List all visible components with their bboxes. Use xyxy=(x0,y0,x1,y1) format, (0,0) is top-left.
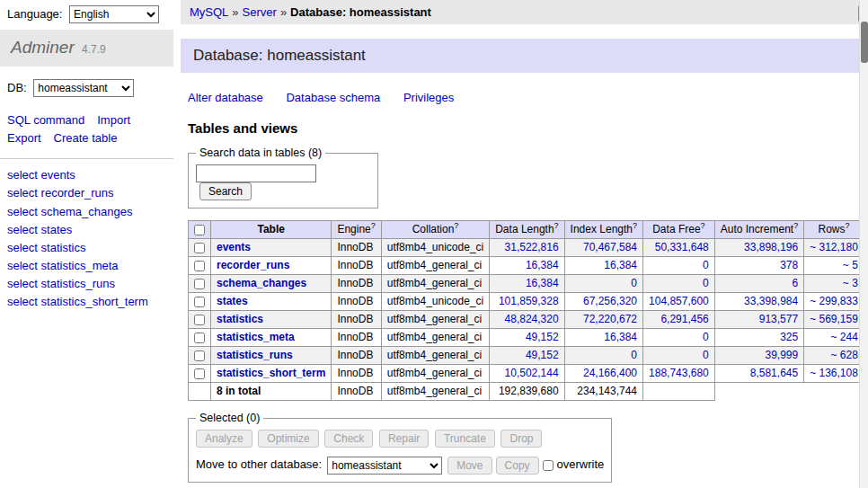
sidebar-table-link-states[interactable]: select states xyxy=(7,223,72,236)
sidebar-link-import[interactable]: Import xyxy=(97,113,130,127)
search-button[interactable]: Search xyxy=(199,182,252,200)
data-length-link[interactable]: 16,384 xyxy=(526,259,559,271)
row-checkbox[interactable] xyxy=(194,279,205,289)
search-input[interactable] xyxy=(196,164,316,182)
drop-button[interactable]: Drop xyxy=(500,430,542,448)
row-checkbox[interactable] xyxy=(194,261,205,271)
rows-link[interactable]: ~ 299,833 xyxy=(810,295,858,307)
row-checkbox[interactable] xyxy=(194,368,205,379)
data-free-link[interactable]: 188,743,680 xyxy=(649,367,709,379)
sidebar-link-export[interactable]: Export xyxy=(7,131,41,145)
rows-link[interactable]: ~ 3 xyxy=(843,277,858,289)
data-free-link[interactable]: 0 xyxy=(703,277,709,289)
data-free-link[interactable]: 6,291,456 xyxy=(660,313,708,325)
data-length-link[interactable]: 10,502,144 xyxy=(505,367,559,379)
row-checkbox[interactable] xyxy=(194,315,205,325)
rows-link[interactable]: ~ 5 xyxy=(843,259,858,271)
sidebar-table-link-events[interactable]: select events xyxy=(7,168,75,182)
breadcrumb-link-mysql[interactable]: MySQL xyxy=(190,5,228,19)
auto-increment-link[interactable]: 39,999 xyxy=(765,349,798,361)
rows-link[interactable]: ~ 569,159 xyxy=(810,313,858,325)
table-name-link[interactable]: events xyxy=(217,241,251,253)
help-icon[interactable]: ? xyxy=(846,221,850,230)
auto-increment-link[interactable]: 33,398,984 xyxy=(744,295,798,307)
sidebar-table-link-recorder-runs[interactable]: select recorder_runs xyxy=(7,186,114,200)
table-name-link[interactable]: statistics xyxy=(217,313,263,325)
data-length-link[interactable]: 31,522,816 xyxy=(505,241,559,253)
row-checkbox[interactable] xyxy=(194,350,205,361)
check-button[interactable]: Check xyxy=(324,430,373,448)
help-icon[interactable]: ? xyxy=(701,221,705,230)
sidebar-link-create-table[interactable]: Create table xyxy=(54,131,118,145)
table-name-link[interactable]: states xyxy=(217,295,248,307)
overwrite-checkbox[interactable] xyxy=(543,460,554,471)
data-length-link[interactable]: 16,384 xyxy=(526,277,559,289)
auto-increment-link[interactable]: 6 xyxy=(792,277,798,289)
help-icon[interactable]: ? xyxy=(633,221,637,230)
data-length-link[interactable]: 49,152 xyxy=(526,331,559,343)
row-checkbox[interactable] xyxy=(194,243,205,253)
table-name-link[interactable]: statistics_meta xyxy=(217,331,295,343)
database-schema-link[interactable]: Database schema xyxy=(286,91,380,104)
select-all-checkbox[interactable] xyxy=(194,225,205,235)
optimize-button[interactable]: Optimize xyxy=(258,430,318,448)
sidebar-table-link-schema-changes[interactable]: select schema_changes xyxy=(7,205,132,218)
sidebar-table-link-statistics-runs[interactable]: select statistics_runs xyxy=(7,277,115,290)
auto-increment-link[interactable]: 378 xyxy=(780,259,798,271)
rows-link[interactable]: ~ 136,108 xyxy=(810,367,858,379)
data-free-link[interactable]: 104,857,600 xyxy=(649,295,709,307)
table-row: events InnoDB utf8mb4_unicode_ci 31,522,… xyxy=(189,239,868,257)
truncate-button[interactable]: Truncate xyxy=(435,430,495,448)
scrollbar-thumb[interactable] xyxy=(861,22,868,63)
index-length-link[interactable]: 0 xyxy=(631,349,637,361)
index-length-link[interactable]: 0 xyxy=(631,277,637,289)
index-length-link[interactable]: 67,256,320 xyxy=(583,295,637,307)
sidebar-table-link-statistics-short-term[interactable]: select statistics_short_term xyxy=(7,295,148,308)
index-length-link[interactable]: 16,384 xyxy=(604,331,637,343)
data-free-link[interactable]: 0 xyxy=(703,331,709,343)
copy-button[interactable]: Copy xyxy=(496,457,539,475)
auto-increment-link[interactable]: 325 xyxy=(780,331,798,343)
rows-link[interactable]: ~ 628 xyxy=(831,349,858,361)
overwrite-label[interactable]: overwrite xyxy=(557,457,605,471)
data-length-link[interactable]: 48,824,320 xyxy=(505,313,559,325)
db-select[interactable]: homeassistant xyxy=(33,79,134,97)
auto-increment-link[interactable]: 8,581,645 xyxy=(750,367,798,379)
data-length-link[interactable]: 101,859,328 xyxy=(499,295,559,307)
data-free-link[interactable]: 0 xyxy=(703,349,709,361)
move-button[interactable]: Move xyxy=(447,457,492,475)
help-icon[interactable]: ? xyxy=(371,221,376,230)
help-icon[interactable]: ? xyxy=(554,221,559,230)
auto-increment-link[interactable]: 33,898,196 xyxy=(744,241,798,253)
alter-database-link[interactable]: Alter database xyxy=(188,91,263,104)
row-checkbox[interactable] xyxy=(194,297,205,307)
table-name-link[interactable]: schema_changes xyxy=(217,277,306,289)
data-free-link[interactable]: 50,331,648 xyxy=(655,241,709,253)
help-icon[interactable]: ? xyxy=(793,221,798,230)
table-name-link[interactable]: statistics_runs xyxy=(217,349,293,361)
repair-button[interactable]: Repair xyxy=(379,430,429,448)
vertical-scrollbar[interactable] xyxy=(859,0,868,488)
sidebar-link-sql-command[interactable]: SQL command xyxy=(7,113,84,127)
index-length-link[interactable]: 70,467,584 xyxy=(583,241,637,253)
analyze-button[interactable]: Analyze xyxy=(196,430,252,448)
row-checkbox[interactable] xyxy=(194,333,205,343)
auto-increment-link[interactable]: 913,577 xyxy=(759,313,798,325)
rows-link[interactable]: ~ 312,180 xyxy=(810,241,858,253)
table-name-link[interactable]: recorder_runs xyxy=(217,259,289,271)
help-icon[interactable]: ? xyxy=(454,221,458,230)
privileges-link[interactable]: Privileges xyxy=(403,91,454,104)
column-header-label: Collation xyxy=(412,223,455,235)
sidebar-table-link-statistics[interactable]: select statistics xyxy=(7,241,85,254)
sidebar-table-link-statistics-meta[interactable]: select statistics_meta xyxy=(7,259,119,272)
data-length-link[interactable]: 49,152 xyxy=(526,349,559,361)
table-name-link[interactable]: statistics_short_term xyxy=(217,367,325,379)
index-length-link[interactable]: 72,220,672 xyxy=(583,313,637,325)
data-free-link[interactable]: 0 xyxy=(703,259,709,271)
language-select[interactable]: English xyxy=(69,5,159,23)
move-db-select[interactable]: homeassistant xyxy=(327,457,442,475)
breadcrumb-link-server[interactable]: Server xyxy=(243,5,277,19)
index-length-link[interactable]: 24,166,400 xyxy=(583,367,637,379)
rows-link[interactable]: ~ 244 xyxy=(831,331,858,343)
index-length-link[interactable]: 16,384 xyxy=(604,259,637,271)
